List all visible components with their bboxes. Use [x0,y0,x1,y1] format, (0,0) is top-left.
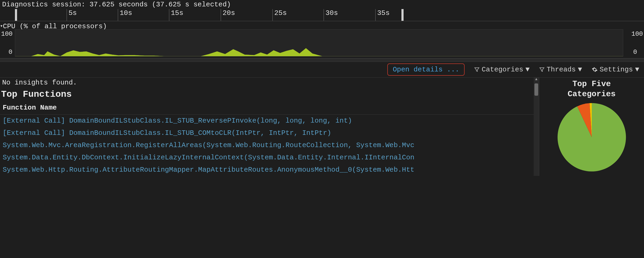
cpu-y-axis-max-right: 100 [631,30,643,38]
toolbar: Open details ... Categories ▼ Threads ▼ … [0,62,644,78]
cpu-y-axis-min: 0 [9,49,12,56]
open-details-link[interactable]: Open details ... [387,63,465,76]
settings-label: Settings [600,66,633,74]
cpu-chart-svg [15,30,623,56]
chevron-down-icon: ▼ [635,66,639,74]
no-insights-text: No insights found. [0,78,539,88]
vertical-scrollbar[interactable]: ▲ [534,78,539,176]
ruler-tick: 30s [324,9,338,21]
chevron-down-icon[interactable]: ▾ [0,23,3,29]
scrollbar-thumb[interactable] [534,83,538,96]
cpu-y-axis-max: 100 [1,30,13,38]
content-row: No insights found. Top Functions Functio… [0,78,644,176]
cpu-y-axis-min-right: 0 [633,49,637,56]
timeline-selection-handle-left[interactable] [15,9,17,21]
function-row[interactable]: System.Data.Entity.DbContext.InitializeL… [0,151,539,164]
function-name-column-header[interactable]: Function Name [0,101,539,115]
settings-menu[interactable]: Settings ▼ [592,66,639,74]
gear-icon [592,67,598,72]
timeline-ruler[interactable]: 5s 10s 15s 20s 25s 30s 35s [0,9,644,21]
filter-icon [474,67,480,72]
chevron-down-icon: ▼ [578,66,582,74]
ruler-tick: 35s [375,9,390,21]
function-row[interactable]: System.Web.Http.Routing.AttributeRouting… [0,164,539,176]
ruler-tick: 25s [272,9,287,21]
timeline-selection-handle-right[interactable] [401,9,404,21]
ruler-tick: 20s [221,9,235,21]
function-row[interactable]: [External Call] DomainBoundILStubClass.I… [0,115,539,127]
title-line-2: Categories [567,90,615,99]
ruler-tick: 10s [118,9,132,21]
top-categories-title: Top Five Categories [542,79,641,99]
function-row[interactable]: [External Call] DomainBoundILStubClass.I… [0,127,539,139]
right-pane: Top Five Categories [539,78,644,176]
ruler-tick: 15s [169,9,183,21]
filter-icon [539,67,545,72]
svg-marker-0 [15,48,623,56]
top-functions-title: Top Functions [0,88,539,101]
function-row[interactable]: System.Web.Mvc.AreaRegistration.Register… [0,139,539,151]
threads-filter[interactable]: Threads ▼ [539,66,582,74]
ruler-tick: 5s [67,9,77,21]
chevron-down-icon: ▼ [525,66,530,74]
categories-label: Categories [482,66,523,74]
categories-filter[interactable]: Categories ▼ [474,66,530,74]
session-header: Diagnostics session: 37.625 seconds (37.… [0,0,644,9]
section-divider [0,59,644,62]
threads-label: Threads [547,66,576,74]
cpu-chart[interactable] [15,29,623,57]
categories-pie-chart[interactable] [542,101,641,173]
scrollbar-up-icon[interactable]: ▲ [534,77,539,81]
left-pane: No insights found. Top Functions Functio… [0,78,539,176]
cpu-chart-section: ▾CPU (% of all processors) 100 0 100 0 [0,21,644,59]
title-line-1: Top Five [572,79,611,88]
